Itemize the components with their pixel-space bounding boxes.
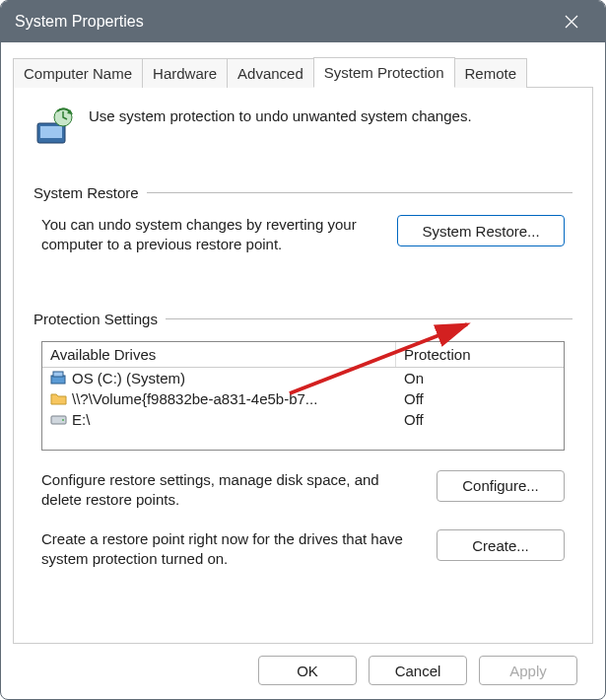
restore-description: You can undo system changes by reverting…	[41, 215, 381, 255]
system-restore-group: System Restore You can undo system chang…	[34, 184, 572, 255]
drive-name: \\?\Volume{f98832be-a831-4e5b-b7...	[72, 390, 317, 407]
system-properties-window: System Properties Computer NameHardwareA…	[0, 0, 606, 700]
window-title: System Properties	[15, 13, 552, 31]
header-available-drives: Available Drives	[42, 342, 396, 367]
drive-protection: Off	[396, 409, 564, 430]
table-row[interactable]: OS (C:) (System)On	[42, 368, 564, 388]
divider	[147, 192, 572, 193]
cancel-button[interactable]: Cancel	[369, 656, 467, 685]
svg-rect-6	[53, 372, 63, 377]
group-title-settings: Protection Settings	[34, 311, 572, 327]
intro-text: Use system protection to undo unwanted s…	[89, 105, 472, 124]
configure-description: Configure restore settings, manage disk …	[41, 470, 421, 511]
tab-advanced[interactable]: Advanced	[227, 58, 314, 88]
drive-protection: Off	[396, 388, 564, 409]
divider	[166, 318, 572, 319]
system-restore-button[interactable]: System Restore...	[397, 215, 565, 246]
configure-row: Configure restore settings, manage disk …	[41, 470, 565, 511]
content-area: Computer NameHardwareAdvancedSystem Prot…	[1, 42, 605, 699]
group-title-restore-label: System Restore	[34, 184, 139, 201]
ok-button[interactable]: OK	[258, 656, 357, 685]
tab-computer-name[interactable]: Computer Name	[13, 58, 143, 88]
create-row: Create a restore point right now for the…	[41, 529, 565, 570]
close-icon	[565, 15, 578, 29]
table-row[interactable]: E:\Off	[42, 409, 564, 430]
folder-icon	[50, 390, 68, 406]
titlebar: System Properties	[1, 1, 605, 42]
apply-button[interactable]: Apply	[479, 656, 577, 685]
drives-table: Available Drives Protection OS (C:) (Sys…	[41, 341, 565, 451]
restore-row: You can undo system changes by reverting…	[41, 215, 565, 255]
configure-button[interactable]: Configure...	[437, 470, 565, 502]
tab-system-protection[interactable]: System Protection	[313, 57, 455, 88]
create-description: Create a restore point right now for the…	[41, 529, 421, 570]
dialog-footer: OK Cancel Apply	[13, 644, 593, 699]
drives-header: Available Drives Protection	[42, 342, 564, 368]
group-title-settings-label: Protection Settings	[34, 311, 158, 327]
create-button[interactable]: Create...	[437, 529, 565, 561]
group-title-restore: System Restore	[34, 184, 572, 201]
system-protection-panel: Use system protection to undo unwanted s…	[13, 88, 593, 644]
close-button[interactable]	[552, 1, 591, 42]
svg-rect-1	[40, 126, 62, 138]
table-row[interactable]: \\?\Volume{f98832be-a831-4e5b-b7...Off	[42, 388, 564, 409]
svg-point-8	[62, 419, 64, 421]
os-drive-icon	[50, 370, 68, 385]
drive-name: E:\	[72, 411, 90, 428]
drive-icon	[50, 411, 68, 427]
drive-name: OS (C:) (System)	[72, 370, 185, 386]
intro-row: Use system protection to undo unwanted s…	[34, 105, 572, 149]
protection-settings-group: Protection Settings Available Drives Pro…	[34, 311, 572, 570]
drive-protection: On	[396, 368, 564, 388]
tab-hardware[interactable]: Hardware	[142, 58, 228, 88]
tab-remote[interactable]: Remote	[454, 58, 528, 88]
header-protection: Protection	[396, 342, 564, 367]
system-protection-icon	[34, 105, 77, 149]
tab-bar: Computer NameHardwareAdvancedSystem Prot…	[13, 56, 593, 88]
